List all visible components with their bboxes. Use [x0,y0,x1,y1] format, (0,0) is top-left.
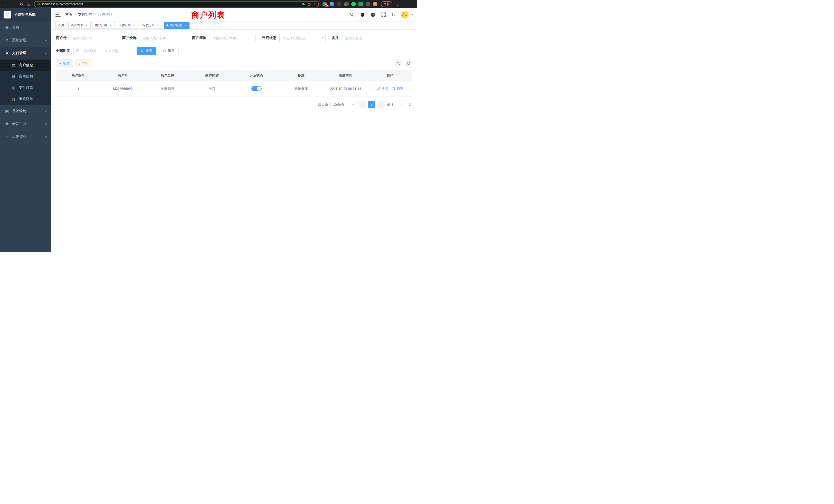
merchant-card-icon: ▤ [11,63,16,68]
sidebar-item-dev-tools[interactable]: ⚒ 研发工具 ∨ [0,117,51,130]
sidebar-item-merchant-info[interactable]: ▤ 商户信息 [0,60,51,71]
tab-process-form[interactable]: 流程表单× [68,22,91,29]
forward-icon[interactable]: → [12,2,16,6]
reset-button[interactable]: 重置 [159,47,179,55]
full-name-input[interactable] [140,34,186,42]
status-select[interactable]: ▾ [279,34,326,42]
date-separator: - [100,49,101,53]
share-icon[interactable] [308,2,311,6]
annotation-merchant-list: 商户列表 [191,10,225,21]
status-select-input[interactable] [279,34,326,42]
page-number-1[interactable]: 1 [368,101,375,108]
back-icon[interactable]: ← [4,2,8,6]
extension-icon[interactable] [330,2,334,6]
fontsize-icon[interactable]: TT [392,12,396,17]
extension-icon[interactable] [344,2,349,6]
github-icon[interactable] [360,12,365,17]
reload-icon[interactable]: ⟳ [20,2,23,6]
extension-icon[interactable] [337,2,342,6]
document-icon: ▥ [11,97,16,101]
url-text[interactable]: localhost:1024/pay/merchant [42,2,300,6]
short-name-input[interactable] [210,34,256,42]
extension-icon[interactable] [358,2,363,6]
breadcrumb-payment[interactable]: 支付管理 [78,12,92,17]
toggle-search-icon[interactable] [394,60,402,67]
create-time-label: 创建时间 [56,48,70,53]
home-icon[interactable]: ⌂ [27,2,30,6]
tab-user-group[interactable]: 用户分组× [92,22,114,29]
add-button[interactable]: + 新增 [56,60,73,67]
refresh-table-icon[interactable] [405,60,412,67]
merchant-no-input[interactable] [70,34,116,42]
page-size-select[interactable]: 10条/页 ▾ [330,101,356,108]
site-info-icon[interactable]: ⓘ [37,2,40,6]
sidebar-item-workflow[interactable]: ⌂ 工作流程 ∨ [0,130,51,143]
address-bar[interactable]: ⓘ localhost:1024/pay/merchant ☆ [34,1,319,7]
sidebar-item-pay-order[interactable]: ◎ 支付订单 [0,82,51,93]
edit-link[interactable]: 修改 [377,86,388,91]
tab-home[interactable]: 首页 [56,22,67,29]
sidebar-item-label: 退款订单 [19,97,33,101]
sidebar-item-infrastructure[interactable]: ▣ 基础设施 ∨ [0,105,51,117]
breadcrumb-separator: / [95,13,96,17]
next-page-icon[interactable]: › [377,101,385,108]
browser-menu-icon[interactable]: ⋮ [395,2,401,6]
user-dropdown-caret-icon[interactable]: ▾ [411,13,413,17]
extension-icon[interactable] [351,2,356,6]
date-range-picker[interactable]: - [73,47,131,55]
tab-pay-order[interactable]: 支付订单× [116,22,138,29]
remark-input[interactable] [342,34,388,42]
sidebar-item-home[interactable]: ◉ 首页 [0,21,51,34]
search-form-row-1: 商户号 商户全称 商户简称 开启状态 ▾ 备注 [56,34,412,42]
sidebar-item-label: 支付订单 [19,86,33,90]
delete-link[interactable]: 删除 [392,86,403,91]
search-button[interactable]: 搜索 [137,47,156,55]
goto-page-input[interactable] [396,101,406,108]
sidebar-item-refund-order[interactable]: ▥ 退款订单 [0,93,51,105]
sidebar-item-payment[interactable]: ¥ 支付管理 ∧ [0,47,51,60]
merchant-table: 商户编号 商户号 商户全称 商户简称 开启状态 备注 创建时间 操作 1 M23… [56,70,412,96]
refresh-icon [163,49,167,53]
status-label: 开启状态 [262,36,276,40]
sidebar: 芋道管理系统 ◉ 首页 ⚙ 系统管理 ∨ ¥ 支付管理 ∧ ▤ 商户信息 ▦ 应… [0,8,51,252]
prev-page-icon[interactable]: ‹ [358,101,366,108]
sidebar-item-app-info[interactable]: ▦ 应用信息 [0,71,51,82]
page-unit-label: 页 [409,102,412,107]
password-key-icon[interactable] [302,2,306,6]
chevron-down-icon: ∨ [44,136,47,138]
url-path: :1024/pay/merchant [55,2,83,6]
browser-update-button[interactable]: 更新 [381,1,392,7]
date-start-input[interactable] [81,49,99,53]
help-icon[interactable]: ? [371,12,376,17]
download-icon: ↓ [79,62,81,65]
sidebar-item-system[interactable]: ⚙ 系统管理 ∨ [0,34,51,47]
breadcrumb-home[interactable]: 首页 [65,12,72,17]
close-icon[interactable]: × [132,24,136,27]
navbar-actions: ? TT ▾ [349,11,413,19]
extension-icon[interactable]: 10 [323,2,327,6]
status-toggle[interactable] [251,86,262,91]
tab-refund-order[interactable]: 退款订单× [140,22,162,29]
close-icon[interactable]: × [85,24,88,27]
app-title: 芋道管理系统 [14,12,36,17]
extension-icon[interactable] [373,2,377,6]
url-host: localhost [42,2,55,6]
app-logo[interactable]: 芋道管理系统 [0,8,51,21]
fullscreen-icon[interactable] [381,12,386,17]
close-icon[interactable]: × [183,24,187,27]
sidebar-toggle-icon[interactable] [56,13,61,17]
tab-merchant-info[interactable]: 商户信息× [164,22,190,29]
table-toolbar: + 新增 ↓ 导出 [56,60,412,67]
total-suffix: 条 [325,102,328,107]
date-end-input[interactable] [102,49,121,53]
tab-label: 商户信息 [170,23,182,27]
user-avatar[interactable] [401,11,409,19]
trash-icon [392,87,395,90]
calendar-icon [76,49,80,53]
close-icon[interactable]: × [156,24,160,27]
export-button[interactable]: ↓ 导出 [75,60,92,67]
bookmark-star-icon[interactable]: ☆ [313,2,316,6]
search-icon[interactable] [349,12,355,17]
close-icon[interactable]: × [108,24,112,27]
extension-icon[interactable] [366,2,370,6]
